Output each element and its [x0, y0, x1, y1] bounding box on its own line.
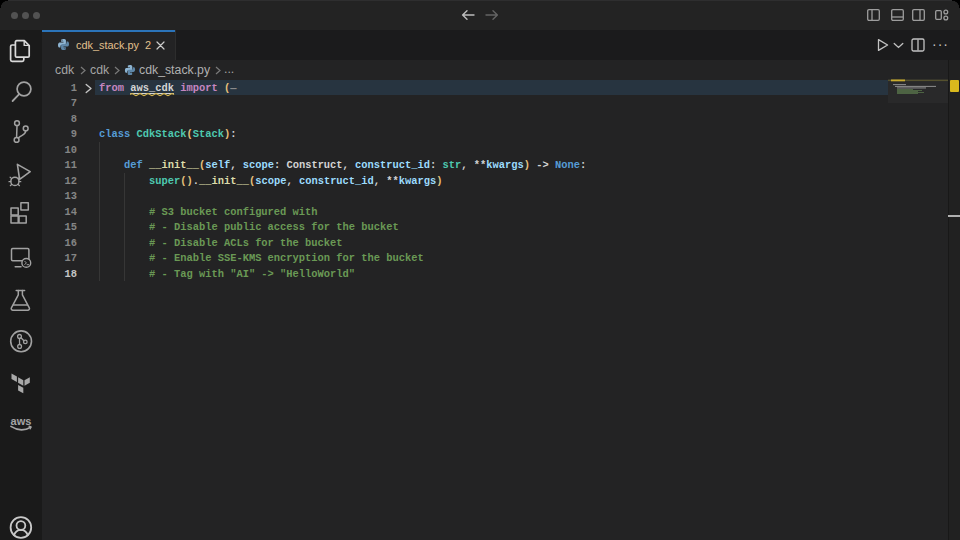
- svg-text:aws: aws: [11, 415, 32, 427]
